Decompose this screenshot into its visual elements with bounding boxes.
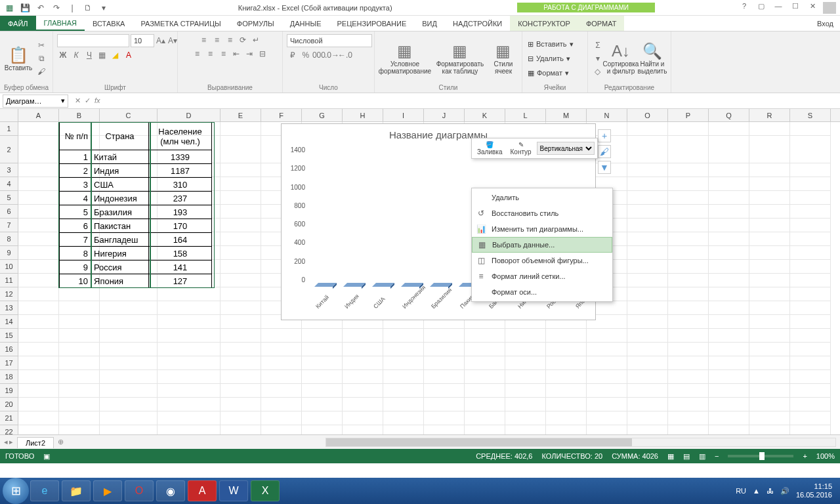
row-header[interactable]: 13 (0, 301, 18, 315)
tab-home[interactable]: ГЛАВНАЯ (36, 16, 85, 31)
row-header[interactable]: 10 (0, 260, 18, 274)
column-header[interactable]: N (587, 109, 627, 121)
row-header[interactable]: 2 (0, 136, 18, 163)
chart-elements-button[interactable]: + (598, 129, 611, 142)
fill-icon[interactable]: ▾ (592, 52, 604, 64)
row-header[interactable]: 14 (0, 315, 18, 329)
delete-cells-button[interactable]: ⊟Удалить▾ (526, 52, 575, 65)
row-header[interactable]: 9 (0, 246, 18, 260)
tab-formulas[interactable]: ФОРМУЛЫ (229, 16, 282, 31)
clear-icon[interactable]: ◇ (592, 66, 604, 77)
column-header[interactable]: O (627, 109, 668, 121)
row-header[interactable]: 1 (0, 122, 18, 136)
tab-page-layout[interactable]: РАЗМЕТКА СТРАНИЦЫ (133, 16, 228, 31)
context-menu-item[interactable]: Удалить (472, 190, 612, 205)
font-size-input[interactable] (131, 34, 154, 47)
column-header[interactable]: G (302, 109, 343, 121)
sheet-tab[interactable]: Лист2 (17, 437, 54, 448)
context-menu-item[interactable]: ↺Восстановить стиль (472, 205, 612, 221)
mini-axis-select[interactable]: Вертикальная (537, 142, 595, 155)
save-icon[interactable]: 💾 (20, 3, 30, 13)
taskbar-ie-icon[interactable]: e (30, 480, 59, 501)
context-menu-item[interactable]: ◫Поворот объемной фигуры... (472, 253, 612, 268)
cut-icon[interactable]: ✂ (35, 39, 47, 51)
close-icon[interactable]: ✕ (806, 2, 819, 14)
chart-filters-button[interactable]: ▼ (598, 161, 611, 174)
row-header[interactable]: 20 (0, 398, 18, 411)
tab-view[interactable]: ВИД (414, 16, 445, 31)
taskbar-chrome-icon[interactable]: ◉ (156, 480, 185, 501)
italic-button[interactable]: К (70, 49, 82, 61)
fx-icon[interactable]: fx (94, 96, 100, 105)
row-header[interactable]: 11 (0, 274, 18, 287)
comma-icon[interactable]: 000 (313, 49, 325, 61)
view-normal-icon[interactable]: ▦ (667, 452, 674, 461)
cell-styles-button[interactable]: ▦Стили ячеек (489, 37, 518, 80)
row-header[interactable]: 18 (0, 370, 18, 384)
start-button[interactable]: ⊞ (3, 478, 29, 504)
increase-decimal-icon[interactable]: .0→ (326, 49, 338, 61)
context-menu-item[interactable]: 📊Изменить тип диаграммы... (472, 221, 612, 237)
column-header[interactable]: K (465, 109, 505, 121)
row-header[interactable]: 7 (0, 219, 18, 232)
taskbar-acrobat-icon[interactable]: A (188, 480, 217, 501)
select-all-corner[interactable] (0, 109, 18, 121)
conditional-formatting-button[interactable]: ▦Условное форматирование (379, 37, 431, 80)
redo-icon[interactable]: ↷ (51, 3, 62, 13)
row-header[interactable]: 12 (0, 287, 18, 301)
worksheet-grid[interactable]: ABCDEFGHIJKLMNOPQRS 12345678910111213141… (0, 109, 840, 434)
tab-file[interactable]: ФАЙЛ (0, 16, 36, 31)
decrease-font-icon[interactable]: A▾ (167, 35, 178, 47)
column-header[interactable]: I (383, 109, 424, 121)
tab-review[interactable]: РЕЦЕНЗИРОВАНИЕ (329, 16, 414, 31)
context-menu-item[interactable]: ▦Выбрать данные... (472, 237, 612, 253)
user-icon[interactable] (823, 2, 836, 14)
zoom-in-icon[interactable]: + (803, 452, 807, 460)
sheet-nav-first-icon[interactable]: ◂ (4, 438, 8, 446)
mini-fill-button[interactable]: 🪣Заливка (474, 140, 505, 157)
accept-formula-icon[interactable]: ✓ (85, 96, 91, 105)
chart-styles-button[interactable]: 🖌 (598, 145, 611, 158)
column-header[interactable]: L (505, 109, 546, 121)
column-header[interactable]: D (158, 109, 220, 121)
taskbar-word-icon[interactable]: W (219, 480, 248, 501)
maximize-icon[interactable]: ☐ (789, 2, 802, 14)
row-header[interactable]: 15 (0, 329, 18, 343)
orientation-icon[interactable]: ⟳ (237, 34, 249, 46)
tray-clock[interactable]: 11:15 16.05.2016 (796, 482, 832, 499)
copy-icon[interactable]: ⧉ (35, 52, 47, 64)
row-header[interactable]: 8 (0, 232, 18, 246)
signin-link[interactable]: Вход (810, 16, 840, 31)
taskbar-explorer-icon[interactable]: 📁 (62, 480, 91, 501)
border-icon[interactable]: ▦ (96, 49, 108, 61)
tray-flag-icon[interactable]: ▲ (753, 487, 760, 495)
underline-button[interactable]: Ч (83, 49, 95, 61)
column-header[interactable]: A (18, 109, 59, 121)
tab-chart-design[interactable]: КОНСТРУКТОР (510, 16, 578, 31)
merge-icon[interactable]: ⊟ (257, 48, 268, 60)
column-header[interactable]: B (59, 109, 100, 121)
zoom-slider[interactable] (728, 455, 793, 457)
macro-record-icon[interactable]: ▣ (43, 452, 50, 461)
format-as-table-button[interactable]: ▦Форматировать как таблицу (434, 37, 486, 80)
row-header[interactable]: 19 (0, 384, 18, 398)
align-left-icon[interactable]: ≡ (191, 48, 203, 60)
tab-addins[interactable]: НАДСТРОЙКИ (445, 16, 510, 31)
percent-icon[interactable]: % (300, 49, 312, 61)
context-menu-item[interactable]: Формат оси... (472, 284, 612, 300)
find-select-button[interactable]: 🔍Найти и выделить (638, 37, 667, 80)
number-format-select[interactable] (287, 34, 372, 47)
tab-data[interactable]: ДАННЫЕ (282, 16, 329, 31)
help-icon[interactable]: ? (738, 2, 751, 14)
column-header[interactable]: Q (709, 109, 749, 121)
minimize-icon[interactable]: — (772, 2, 785, 14)
name-box[interactable]: Диаграм…▾ (3, 94, 68, 108)
new-icon[interactable]: 🗋 (83, 3, 93, 13)
column-header[interactable]: F (261, 109, 302, 121)
mini-outline-button[interactable]: ✎Контур (508, 140, 534, 157)
cancel-formula-icon[interactable]: ✕ (75, 96, 81, 105)
context-menu-item[interactable]: ≡Формат линий сетки... (472, 268, 612, 284)
currency-icon[interactable]: ₽ (287, 49, 299, 61)
align-bottom-icon[interactable]: ≡ (224, 34, 236, 46)
taskbar-excel-icon[interactable]: X (251, 480, 280, 501)
